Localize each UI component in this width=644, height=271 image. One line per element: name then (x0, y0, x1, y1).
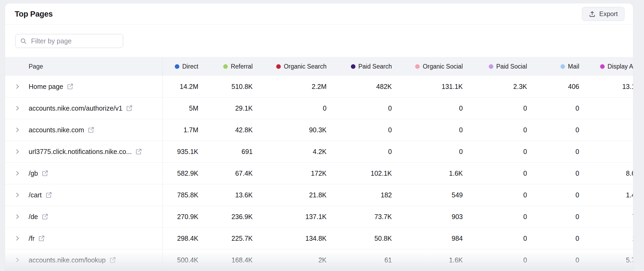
value-cell: 0 (392, 97, 463, 119)
page-link[interactable]: /fr (29, 235, 35, 242)
table-row[interactable]: /cart 785.8K13.6K21.8K182549001.4K (5, 184, 633, 206)
value-cell: 0 (463, 184, 527, 206)
value-cell: 0 (527, 119, 579, 141)
value-cell: 73 (579, 206, 633, 227)
table-row[interactable]: accounts.nike.com 1.7M42.8K90.3K00000 (5, 119, 633, 141)
page-link[interactable]: /cart (29, 191, 42, 199)
table-row[interactable]: Home page 14.2M510.8K2.2M482K131.1K2.3K4… (5, 76, 633, 97)
value-cell: 0 (463, 206, 527, 227)
value-cell: 61 (327, 249, 392, 271)
value-cell: 67.4K (198, 163, 253, 184)
paid-social-legend-dot (489, 64, 493, 69)
value-cell: 73.7K (327, 206, 392, 227)
page-link[interactable]: accounts.nike.com/authorize/v1 (29, 104, 122, 112)
external-link-icon[interactable] (41, 170, 48, 177)
value-cell: 0 (253, 97, 327, 119)
organic-social-legend-dot (415, 64, 420, 69)
column-label: Referral (231, 63, 253, 70)
value-cell: 50.8K (327, 228, 392, 249)
value-cell: 935.1K (162, 141, 198, 162)
external-link-icon[interactable] (67, 83, 74, 90)
value-cell: 0 (527, 184, 579, 206)
mail-legend-dot (560, 64, 565, 69)
column-header-mail[interactable]: Mail (527, 57, 579, 76)
external-link-icon[interactable] (109, 257, 116, 264)
column-header-paid-social[interactable]: Paid Social (463, 57, 527, 76)
card-header: Top Pages Export (5, 3, 633, 25)
external-link-icon[interactable] (126, 105, 133, 112)
value-cell: 13.1K (579, 76, 633, 97)
chevron-right-icon[interactable] (14, 170, 21, 176)
value-cell: 0 (463, 228, 527, 249)
page-link[interactable]: Home page (29, 83, 63, 91)
value-cell: 270.9K (162, 206, 198, 227)
chevron-right-icon[interactable] (14, 105, 21, 111)
value-cell: 0 (463, 141, 527, 162)
table-row[interactable]: accounts.nike.com/authorize/v1 5M29.1K00… (5, 97, 633, 119)
column-header-direct[interactable]: Direct (162, 57, 198, 76)
chevron-right-icon[interactable] (14, 213, 21, 220)
external-link-icon[interactable] (45, 191, 52, 198)
value-cell: 482K (327, 76, 392, 97)
table-row[interactable]: /de 270.9K236.9K137.1K73.7K9030073 (5, 206, 633, 228)
page-cell: Home page (5, 76, 162, 97)
toolbar (5, 25, 633, 48)
column-header-display-ads[interactable]: Display Ads (579, 57, 633, 76)
value-cell: 21.8K (253, 184, 327, 206)
table-row[interactable]: /gb 582.9K67.4K172K102.1K1.6K008.6K (5, 163, 633, 184)
value-cell: 0 (527, 141, 579, 162)
page-link[interactable]: /gb (29, 170, 38, 177)
external-link-icon[interactable] (135, 148, 142, 155)
chevron-right-icon[interactable] (14, 127, 21, 133)
export-button[interactable]: Export (582, 7, 624, 21)
paid-search-legend-dot (351, 64, 355, 69)
page-cell: accounts.nike.com/lookup (5, 249, 162, 271)
chevron-right-icon[interactable] (14, 235, 21, 242)
column-header-organic-social[interactable]: Organic Social (392, 57, 463, 76)
column-label: Organic Search (284, 63, 327, 70)
value-cell: 0 (463, 119, 527, 141)
chevron-right-icon[interactable] (14, 257, 21, 263)
column-header-organic-search[interactable]: Organic Search (253, 57, 327, 76)
filter-input[interactable] (15, 34, 123, 48)
value-cell: 0 (327, 97, 392, 119)
page-link[interactable]: url3775.click.notifications.nike.co... (29, 148, 132, 156)
page-cell: /cart (5, 184, 162, 206)
value-cell: 0 (327, 141, 392, 162)
value-cell: 8.6K (579, 163, 633, 184)
value-cell: 549 (392, 184, 463, 206)
external-link-icon[interactable] (41, 213, 48, 220)
page-link[interactable]: accounts.nike.com/lookup (29, 256, 106, 264)
value-cell: 172K (253, 163, 327, 184)
column-header-page[interactable]: Page (5, 57, 162, 76)
top-pages-card: Top Pages Export (5, 3, 633, 271)
chevron-right-icon[interactable] (14, 83, 21, 90)
column-header-referral[interactable]: Referral (198, 57, 253, 76)
external-link-icon[interactable] (88, 126, 94, 133)
organic-search-legend-dot (276, 64, 281, 69)
value-cell: 5.7K (579, 249, 633, 271)
value-cell: 5M (162, 97, 198, 119)
value-cell: 13.6K (198, 184, 253, 206)
value-cell: 29.1K (198, 97, 253, 119)
value-cell: 406 (527, 76, 579, 97)
table-row[interactable]: url3775.click.notifications.nike.co... 9… (5, 141, 633, 163)
value-cell: 0 (463, 163, 527, 184)
export-label: Export (599, 10, 618, 18)
value-cell: 0 (579, 119, 633, 141)
column-header-paid-search[interactable]: Paid Search (327, 57, 392, 76)
column-label: Paid Social (496, 63, 527, 70)
table-row[interactable]: accounts.nike.com/lookup 500.4K168.4K2K6… (5, 249, 633, 271)
chevron-right-icon[interactable] (14, 192, 21, 198)
value-cell: 1.7M (162, 119, 198, 141)
page-link[interactable]: accounts.nike.com (29, 126, 84, 134)
page-cell: url3775.click.notifications.nike.co... (5, 141, 162, 162)
table-row[interactable]: /fr 298.4K225.7K134.8K50.8K9840019 (5, 228, 633, 249)
chevron-right-icon[interactable] (14, 148, 21, 155)
external-link-icon[interactable] (38, 235, 45, 242)
page-cell: /de (5, 206, 162, 227)
table-body: Home page 14.2M510.8K2.2M482K131.1K2.3K4… (5, 76, 633, 271)
page-link[interactable]: /de (29, 213, 38, 221)
value-cell: 0 (327, 119, 392, 141)
column-label: Direct (182, 63, 198, 70)
